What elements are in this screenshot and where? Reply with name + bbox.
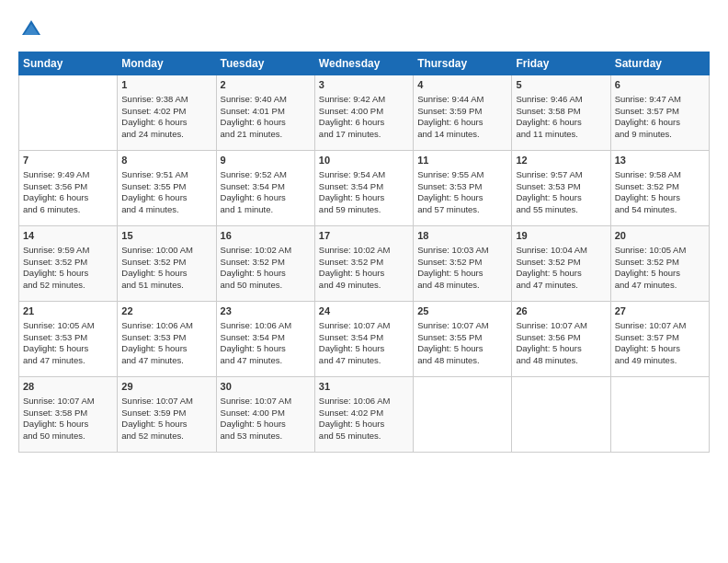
day-info-line: Daylight: 5 hours	[615, 192, 680, 202]
day-info-line: Daylight: 5 hours	[615, 268, 680, 278]
day-number: 29	[121, 380, 211, 394]
day-info-line: Daylight: 5 hours	[23, 343, 88, 353]
day-info-line: and 55 minutes.	[516, 204, 578, 214]
day-cell: 18Sunrise: 10:03 AMSunset: 3:52 PMDaylig…	[414, 226, 512, 302]
day-cell: 29Sunrise: 10:07 AMSunset: 3:59 PMDaylig…	[118, 377, 216, 453]
day-info-line: Sunrise: 10:06 AM	[121, 320, 193, 330]
day-info-line: Sunset: 3:56 PM	[23, 181, 87, 191]
day-number: 18	[417, 229, 507, 243]
day-info-line: Sunset: 4:02 PM	[121, 106, 186, 116]
day-cell	[19, 75, 118, 151]
day-cell: 30Sunrise: 10:07 AMSunset: 4:00 PMDaylig…	[216, 377, 314, 453]
day-info-line: and 48 minutes.	[417, 355, 480, 365]
day-number: 4	[417, 78, 507, 92]
day-info-line: Daylight: 5 hours	[319, 268, 384, 278]
day-info-line: Sunrise: 9:52 AM	[221, 169, 287, 179]
day-info-line: Sunset: 3:56 PM	[516, 332, 580, 342]
day-info-line: Daylight: 5 hours	[516, 192, 581, 202]
day-info-line: and 51 minutes.	[121, 280, 184, 290]
day-number: 16	[221, 229, 311, 243]
day-info-line: and 17 minutes.	[319, 129, 381, 139]
day-info-line: and 48 minutes.	[516, 355, 578, 365]
day-info-line: Daylight: 6 hours	[417, 117, 483, 127]
day-info-line: Sunrise: 10:05 AM	[615, 245, 687, 255]
day-cell: 23Sunrise: 10:06 AMSunset: 3:54 PMDaylig…	[216, 302, 314, 377]
day-info-line: and 4 minutes.	[121, 204, 178, 214]
day-number: 3	[319, 78, 409, 92]
day-info-line: and 50 minutes.	[221, 280, 283, 290]
day-info-line: Sunrise: 10:00 AM	[121, 245, 193, 255]
day-info-line: Sunrise: 10:02 AM	[221, 245, 292, 255]
day-info-line: Sunset: 3:52 PM	[615, 257, 679, 267]
logo	[18, 17, 47, 42]
day-cell: 1Sunrise: 9:38 AMSunset: 4:02 PMDaylight…	[118, 75, 216, 151]
day-info-line: Daylight: 6 hours	[121, 192, 187, 202]
day-info-line: Sunrise: 9:59 AM	[23, 245, 89, 255]
day-cell: 21Sunrise: 10:05 AMSunset: 3:53 PMDaylig…	[19, 302, 118, 377]
day-cell: 11Sunrise: 9:55 AMSunset: 3:53 PMDayligh…	[414, 151, 512, 226]
day-info-line: Sunrise: 10:06 AM	[221, 320, 292, 330]
day-number: 19	[516, 229, 606, 243]
day-info-line: and 1 minute.	[221, 204, 274, 214]
day-number: 22	[121, 304, 211, 318]
day-cell	[610, 377, 709, 453]
day-info-line: Sunset: 3:52 PM	[417, 257, 482, 267]
day-info-line: Sunrise: 9:51 AM	[121, 169, 188, 179]
day-info-line: and 57 minutes.	[417, 204, 480, 214]
day-info-line: Daylight: 5 hours	[319, 343, 384, 353]
day-info-line: Sunrise: 9:54 AM	[319, 169, 385, 179]
day-info-line: Sunset: 3:55 PM	[121, 181, 186, 191]
day-info-line: Sunset: 3:55 PM	[417, 332, 482, 342]
day-info-line: Daylight: 5 hours	[319, 419, 384, 429]
col-header-sunday: Sunday	[19, 52, 118, 75]
day-number: 23	[221, 304, 311, 318]
day-info-line: and 55 minutes.	[319, 431, 381, 441]
day-cell: 31Sunrise: 10:06 AMSunset: 4:02 PMDaylig…	[314, 377, 413, 453]
day-info-line: and 53 minutes.	[221, 431, 283, 441]
day-number: 8	[121, 154, 211, 167]
day-info-line: Sunset: 3:52 PM	[319, 257, 383, 267]
day-info-line: and 11 minutes.	[516, 129, 578, 139]
day-info-line: Daylight: 5 hours	[417, 343, 483, 353]
day-number: 31	[319, 380, 409, 394]
day-info-line: and 47 minutes.	[615, 280, 677, 290]
day-info-line: Daylight: 5 hours	[319, 192, 384, 202]
day-info-line: Daylight: 6 hours	[615, 117, 680, 127]
col-header-tuesday: Tuesday	[216, 52, 314, 75]
day-cell: 4Sunrise: 9:44 AMSunset: 3:59 PMDaylight…	[414, 75, 512, 151]
day-info-line: and 49 minutes.	[615, 355, 677, 365]
day-info-line: and 21 minutes.	[221, 129, 283, 139]
day-info-line: and 24 minutes.	[121, 129, 184, 139]
day-info-line: Sunset: 3:52 PM	[615, 181, 679, 191]
day-info-line: Sunset: 4:00 PM	[221, 408, 285, 418]
day-cell: 10Sunrise: 9:54 AMSunset: 3:54 PMDayligh…	[314, 151, 413, 226]
day-info-line: and 47 minutes.	[221, 355, 283, 365]
day-number: 9	[221, 154, 311, 167]
week-row-3: 14Sunrise: 9:59 AMSunset: 3:52 PMDayligh…	[19, 226, 710, 302]
day-info-line: Sunrise: 9:47 AM	[615, 94, 681, 104]
week-row-5: 28Sunrise: 10:07 AMSunset: 3:58 PMDaylig…	[19, 377, 710, 453]
week-row-2: 7Sunrise: 9:49 AMSunset: 3:56 PMDaylight…	[19, 151, 710, 226]
day-number: 27	[615, 304, 705, 318]
day-info-line: Sunrise: 10:06 AM	[319, 396, 391, 406]
day-info-line: Daylight: 5 hours	[417, 268, 483, 278]
day-info-line: Sunset: 3:52 PM	[121, 257, 186, 267]
day-info-line: and 6 minutes.	[23, 204, 80, 214]
day-cell: 20Sunrise: 10:05 AMSunset: 3:52 PMDaylig…	[610, 226, 709, 302]
day-info-line: Sunrise: 10:07 AM	[221, 396, 292, 406]
day-info-line: Daylight: 6 hours	[221, 117, 286, 127]
day-info-line: Sunrise: 10:07 AM	[23, 396, 95, 406]
col-header-friday: Friday	[512, 52, 610, 75]
day-info-line: Sunrise: 9:44 AM	[417, 94, 483, 104]
day-info-line: Sunrise: 9:58 AM	[615, 169, 681, 179]
day-number: 5	[516, 78, 606, 92]
day-info-line: and 52 minutes.	[23, 280, 85, 290]
day-info-line: Daylight: 5 hours	[23, 268, 88, 278]
day-info-line: Sunrise: 10:04 AM	[516, 245, 587, 255]
day-info-line: Daylight: 5 hours	[23, 419, 88, 429]
day-info-line: Daylight: 5 hours	[615, 343, 680, 353]
day-number: 28	[23, 380, 113, 394]
day-cell: 22Sunrise: 10:06 AMSunset: 3:53 PMDaylig…	[118, 302, 216, 377]
day-info-line: and 47 minutes.	[121, 355, 184, 365]
day-number: 1	[121, 78, 211, 92]
